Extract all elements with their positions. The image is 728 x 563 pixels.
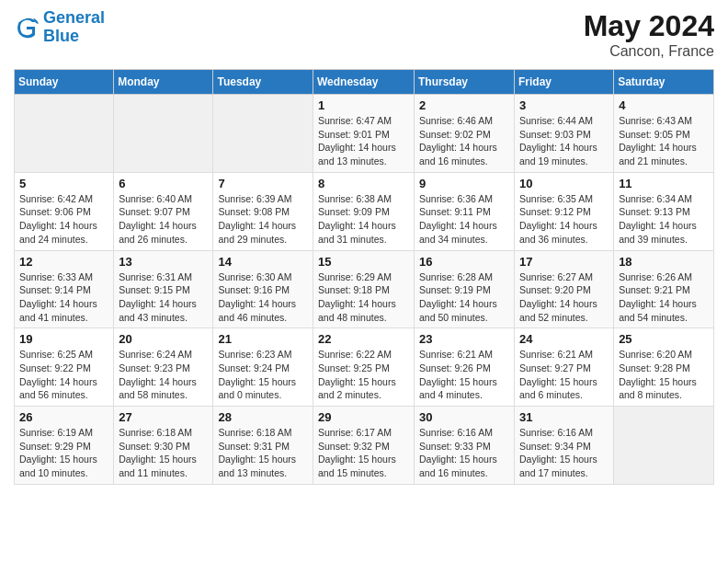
calendar-cell: 28Sunrise: 6:18 AM Sunset: 9:31 PM Dayli… [213, 407, 313, 485]
calendar-cell: 24Sunrise: 6:21 AM Sunset: 9:27 PM Dayli… [515, 328, 614, 407]
calendar-cell: 11Sunrise: 6:34 AM Sunset: 9:13 PM Dayli… [614, 172, 714, 250]
logo-general: General [43, 8, 105, 27]
day-number: 8 [318, 177, 409, 190]
weekday-thursday: Thursday [415, 70, 515, 95]
day-number: 12 [19, 255, 108, 269]
day-number: 28 [218, 410, 308, 424]
calendar-cell: 12Sunrise: 6:33 AM Sunset: 9:14 PM Dayli… [15, 250, 114, 328]
day-info: Sunrise: 6:25 AM Sunset: 9:22 PM Dayligh… [19, 348, 108, 402]
day-number: 20 [119, 332, 208, 346]
calendar-cell: 3Sunrise: 6:44 AM Sunset: 9:03 PM Daylig… [515, 95, 614, 173]
calendar-cell: 22Sunrise: 6:22 AM Sunset: 9:25 PM Dayli… [313, 328, 415, 407]
calendar-cell: 5Sunrise: 6:42 AM Sunset: 9:06 PM Daylig… [15, 172, 114, 250]
calendar-cell: 16Sunrise: 6:28 AM Sunset: 9:19 PM Dayli… [415, 250, 515, 328]
day-number: 29 [318, 410, 409, 424]
day-info: Sunrise: 6:30 AM Sunset: 9:16 PM Dayligh… [218, 270, 308, 325]
calendar-cell: 19Sunrise: 6:25 AM Sunset: 9:22 PM Dayli… [15, 328, 114, 407]
calendar-cell [213, 95, 313, 173]
day-number: 21 [218, 332, 308, 346]
day-info: Sunrise: 6:38 AM Sunset: 9:09 PM Dayligh… [318, 192, 409, 247]
calendar-cell: 29Sunrise: 6:17 AM Sunset: 9:32 PM Dayli… [313, 407, 415, 485]
calendar-cell: 2Sunrise: 6:46 AM Sunset: 9:02 PM Daylig… [415, 95, 515, 173]
calendar-cell: 25Sunrise: 6:20 AM Sunset: 9:28 PM Dayli… [614, 328, 714, 407]
page-header: General Blue May 2024 Cancon, France [14, 9, 714, 60]
day-number: 2 [419, 98, 509, 112]
calendar-cell: 1Sunrise: 6:47 AM Sunset: 9:01 PM Daylig… [313, 95, 415, 173]
calendar-week-1: 1Sunrise: 6:47 AM Sunset: 9:01 PM Daylig… [15, 95, 714, 173]
day-info: Sunrise: 6:16 AM Sunset: 9:34 PM Dayligh… [519, 426, 609, 480]
day-info: Sunrise: 6:31 AM Sunset: 9:15 PM Dayligh… [119, 270, 208, 325]
day-number: 23 [419, 332, 509, 346]
day-number: 1 [318, 98, 409, 112]
day-number: 9 [419, 177, 509, 190]
day-info: Sunrise: 6:24 AM Sunset: 9:23 PM Dayligh… [119, 348, 208, 402]
day-info: Sunrise: 6:39 AM Sunset: 9:08 PM Dayligh… [218, 192, 308, 247]
calendar-cell: 18Sunrise: 6:26 AM Sunset: 9:21 PM Dayli… [614, 250, 714, 328]
calendar-cell: 7Sunrise: 6:39 AM Sunset: 9:08 PM Daylig… [213, 172, 313, 250]
day-info: Sunrise: 6:26 AM Sunset: 9:21 PM Dayligh… [619, 270, 709, 325]
calendar-cell: 20Sunrise: 6:24 AM Sunset: 9:23 PM Dayli… [114, 328, 213, 407]
day-info: Sunrise: 6:44 AM Sunset: 9:03 PM Dayligh… [519, 114, 609, 168]
day-number: 31 [519, 410, 609, 424]
day-info: Sunrise: 6:18 AM Sunset: 9:30 PM Dayligh… [119, 426, 208, 480]
day-info: Sunrise: 6:23 AM Sunset: 9:24 PM Dayligh… [218, 348, 308, 402]
day-info: Sunrise: 6:21 AM Sunset: 9:26 PM Dayligh… [419, 348, 509, 402]
title-block: May 2024 Cancon, France [584, 9, 714, 60]
calendar-cell: 27Sunrise: 6:18 AM Sunset: 9:30 PM Dayli… [114, 407, 213, 485]
calendar-cell [15, 95, 114, 173]
logo-blue: Blue [43, 27, 79, 45]
day-number: 15 [318, 255, 409, 269]
day-info: Sunrise: 6:33 AM Sunset: 9:14 PM Dayligh… [19, 270, 108, 325]
logo-text: General Blue [43, 9, 105, 46]
calendar-cell: 23Sunrise: 6:21 AM Sunset: 9:26 PM Dayli… [415, 328, 515, 407]
day-number: 17 [519, 255, 609, 269]
day-number: 24 [519, 332, 609, 346]
calendar-cell: 9Sunrise: 6:36 AM Sunset: 9:11 PM Daylig… [415, 172, 515, 250]
calendar-cell [114, 95, 213, 173]
calendar-cell: 31Sunrise: 6:16 AM Sunset: 9:34 PM Dayli… [515, 407, 614, 485]
calendar-cell [614, 407, 714, 485]
day-number: 3 [519, 98, 609, 112]
day-number: 25 [619, 332, 709, 346]
day-info: Sunrise: 6:16 AM Sunset: 9:33 PM Dayligh… [419, 426, 509, 480]
day-number: 26 [19, 410, 108, 424]
day-number: 18 [619, 255, 709, 269]
day-info: Sunrise: 6:22 AM Sunset: 9:25 PM Dayligh… [318, 348, 409, 402]
day-info: Sunrise: 6:40 AM Sunset: 9:07 PM Dayligh… [119, 192, 208, 247]
day-number: 14 [218, 255, 308, 269]
weekday-saturday: Saturday [614, 70, 714, 95]
day-number: 7 [218, 177, 308, 190]
calendar-week-3: 12Sunrise: 6:33 AM Sunset: 9:14 PM Dayli… [15, 250, 714, 328]
calendar-cell: 14Sunrise: 6:30 AM Sunset: 9:16 PM Dayli… [213, 250, 313, 328]
calendar-cell: 6Sunrise: 6:40 AM Sunset: 9:07 PM Daylig… [114, 172, 213, 250]
day-number: 4 [619, 98, 709, 112]
day-info: Sunrise: 6:42 AM Sunset: 9:06 PM Dayligh… [19, 192, 108, 247]
calendar-table: SundayMondayTuesdayWednesdayThursdayFrid… [14, 69, 714, 485]
day-info: Sunrise: 6:46 AM Sunset: 9:02 PM Dayligh… [419, 114, 509, 168]
calendar-cell: 10Sunrise: 6:35 AM Sunset: 9:12 PM Dayli… [515, 172, 614, 250]
calendar-cell: 15Sunrise: 6:29 AM Sunset: 9:18 PM Dayli… [313, 250, 415, 328]
calendar-cell: 26Sunrise: 6:19 AM Sunset: 9:29 PM Dayli… [15, 407, 114, 485]
weekday-wednesday: Wednesday [313, 70, 415, 95]
weekday-header-row: SundayMondayTuesdayWednesdayThursdayFrid… [15, 70, 714, 95]
day-info: Sunrise: 6:29 AM Sunset: 9:18 PM Dayligh… [318, 270, 409, 325]
day-number: 30 [419, 410, 509, 424]
day-info: Sunrise: 6:21 AM Sunset: 9:27 PM Dayligh… [519, 348, 609, 402]
day-info: Sunrise: 6:34 AM Sunset: 9:13 PM Dayligh… [619, 192, 709, 247]
day-info: Sunrise: 6:28 AM Sunset: 9:19 PM Dayligh… [419, 270, 509, 325]
day-number: 11 [619, 177, 709, 190]
weekday-friday: Friday [515, 70, 614, 95]
calendar-cell: 4Sunrise: 6:43 AM Sunset: 9:05 PM Daylig… [614, 95, 714, 173]
weekday-tuesday: Tuesday [213, 70, 313, 95]
day-number: 27 [119, 410, 208, 424]
day-info: Sunrise: 6:18 AM Sunset: 9:31 PM Dayligh… [218, 426, 308, 480]
day-number: 16 [419, 255, 509, 269]
logo: General Blue [14, 9, 105, 46]
day-info: Sunrise: 6:17 AM Sunset: 9:32 PM Dayligh… [318, 426, 409, 480]
weekday-sunday: Sunday [15, 70, 114, 95]
calendar-cell: 30Sunrise: 6:16 AM Sunset: 9:33 PM Dayli… [415, 407, 515, 485]
day-info: Sunrise: 6:43 AM Sunset: 9:05 PM Dayligh… [619, 114, 709, 168]
day-number: 6 [119, 177, 208, 190]
calendar-week-2: 5Sunrise: 6:42 AM Sunset: 9:06 PM Daylig… [15, 172, 714, 250]
day-number: 22 [318, 332, 409, 346]
